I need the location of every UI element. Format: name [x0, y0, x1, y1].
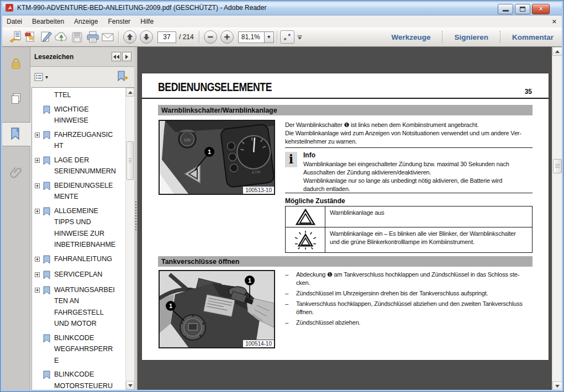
bookmark-item[interactable]: BEDIENUNGSELEMENTE — [35, 180, 134, 203]
maximize-button[interactable] — [515, 4, 530, 14]
bookmark-icon — [43, 271, 50, 279]
attachments-panel-button[interactable] — [2, 160, 30, 184]
bookmark-item[interactable]: WARTUNGSARBEITEN AN FAHRGESTELL UND MOTO… — [35, 284, 134, 330]
scroll-down-button[interactable] — [552, 382, 562, 390]
collapse-panel-button[interactable] — [112, 52, 121, 61]
arrow-down-icon — [142, 33, 151, 41]
bookmark-item[interactable]: WICHTIGE HINWEISE — [35, 104, 134, 126]
bookmark-item[interactable]: LAGE DER SERIENNUMMERN — [35, 155, 134, 177]
section-header-warnblinkschalter: Warnblinkschalter/Warnblinkanlage — [158, 105, 533, 115]
scroll-down-button[interactable] — [126, 381, 134, 390]
expand-plus-icon[interactable] — [35, 288, 40, 293]
bookmark-label[interactable]: BLINKCODE MOTORSTEUERUNG — [54, 369, 117, 390]
bookmark-item[interactable]: FAHRZEUGANSICHT — [35, 129, 134, 152]
menu-bearbeiten[interactable]: Bearbeiten — [27, 16, 69, 27]
expand-plus-icon[interactable] — [35, 158, 40, 163]
next-page-button[interactable] — [140, 30, 153, 44]
bookmark-label[interactable]: TTEL — [54, 89, 117, 101]
email-button[interactable] — [100, 30, 115, 45]
bookmark-icon — [43, 131, 50, 140]
expand-panel-button[interactable] — [122, 52, 131, 61]
bookmark-icon — [43, 334, 50, 343]
bookmark-label[interactable]: SERVICEPLAN — [54, 269, 117, 282]
email-icon — [101, 30, 115, 44]
menubar-close-icon[interactable]: ✕ — [552, 18, 557, 25]
open-button[interactable] — [7, 30, 23, 45]
bookmark-item[interactable]: BLINKCODE WEGFAHRSPERRE — [35, 332, 134, 367]
new-bookmark-button[interactable] — [117, 71, 130, 85]
bookmark-label[interactable]: ALLGEMEINE TIPPS UND HINWEISE ZUR INBETR… — [54, 205, 117, 251]
minimize-button[interactable] — [498, 4, 513, 14]
bookmark-label[interactable]: WARTUNGSARBEITEN AN FAHRGESTELL UND MOTO… — [54, 284, 117, 330]
kommentar-button[interactable]: Kommentar — [500, 33, 554, 41]
triangle-up-icon — [555, 50, 560, 53]
page-number-input[interactable] — [157, 31, 176, 43]
menu-fenster[interactable]: Fenster — [103, 16, 135, 27]
scroll-up-button[interactable] — [126, 88, 134, 97]
close-button[interactable]: ✕ — [532, 4, 550, 14]
expand-plus-icon[interactable] — [35, 183, 40, 188]
toolbar-overflow-button[interactable] — [294, 30, 305, 45]
bookmarks-panel-button[interactable] — [2, 122, 30, 146]
scroll-up-button[interactable] — [552, 47, 562, 56]
bookmark-label[interactable]: WICHTIGE HINWEISE — [54, 104, 117, 126]
bookmark-label[interactable]: BLINKCODE WEGFAHRSPERRE — [54, 332, 117, 367]
bookmark-icon — [43, 207, 50, 216]
bookmark-list-scrollbar[interactable] — [125, 88, 134, 390]
bookmark-icon — [43, 286, 50, 295]
expand-plus-icon[interactable] — [35, 209, 40, 214]
bookmark-label[interactable]: FAHRZEUGANSICHT — [54, 129, 117, 152]
expand-plus-icon[interactable] — [35, 272, 40, 277]
callout-1-marker: 1 — [248, 277, 251, 284]
splitter-grip-icon[interactable] — [135, 202, 136, 230]
bookmark-item[interactable]: SERVICEPLAN — [35, 269, 134, 282]
bookmark-item[interactable]: BLINKCODE MOTORSTEUERUNG — [35, 369, 134, 390]
scrollbar-thumb[interactable] — [126, 141, 134, 180]
menu-hilfe[interactable]: Hilfe — [135, 16, 159, 27]
werkzeuge-button[interactable]: Werkzeuge — [379, 33, 442, 41]
hazard-switch-photo: 12V 1 — [160, 121, 274, 194]
steps-list: – Abdeckung ❶ am Tankverschluss hochklap… — [285, 271, 539, 329]
callout-1-marker: 1 — [169, 303, 172, 309]
window-title: KTM-990-ADVENTURE-BED-ANLEITUNG-2009.pdf… — [17, 4, 266, 12]
bookmark-options-button[interactable]: ▾ — [34, 73, 48, 81]
sign-icon — [39, 30, 53, 44]
toolbar-separator — [199, 31, 199, 44]
menu-datei[interactable]: Datei — [2, 16, 27, 27]
expand-plus-icon[interactable] — [35, 257, 40, 262]
titlebar[interactable]: KTM-990-ADVENTURE-BED-ANLEITUNG-2009.pdf… — [0, 0, 564, 15]
bookmark-item[interactable]: FAHRANLEITUNG — [35, 253, 134, 266]
create-pdf-button[interactable] — [23, 30, 38, 45]
expand-plus-icon[interactable] — [35, 133, 40, 137]
sign-button[interactable] — [38, 30, 54, 45]
print-button[interactable] — [85, 30, 100, 45]
toolbar-separator — [277, 31, 277, 44]
page-heading: BEDIENUNGSELEMENTE — [158, 80, 300, 94]
fit-window-button[interactable] — [280, 30, 294, 44]
arrow-up-icon — [125, 33, 134, 41]
bookmark-item[interactable]: ALLGEMEINE TIPPS UND HINWEISE ZUR INBETR… — [35, 205, 134, 251]
zoom-level-input[interactable] — [238, 31, 264, 43]
document-scrollbar[interactable] — [552, 47, 562, 390]
signieren-button[interactable]: Signieren — [442, 33, 500, 41]
scrollbar-thumb[interactable] — [553, 159, 562, 173]
zoom-dropdown-button[interactable]: ▾ — [264, 31, 274, 43]
fuel-tank-photo: 1 1 — [160, 271, 274, 347]
bookmark-icon — [43, 255, 50, 264]
menu-anzeige[interactable]: Anzeige — [69, 16, 103, 27]
document-area: BEDIENUNGSELEMENTE 35 Warnblinkschalter/… — [138, 47, 562, 390]
dash-bullet: – — [285, 271, 296, 287]
previous-page-button[interactable] — [123, 30, 136, 44]
cloud-share-button[interactable] — [54, 30, 69, 45]
zoom-in-button[interactable] — [220, 30, 234, 44]
bookmark-label[interactable]: FAHRANLEITUNG — [54, 253, 117, 266]
zoom-out-button[interactable] — [204, 30, 217, 44]
bookmark-label[interactable]: LAGE DER SERIENNUMMERN — [54, 155, 117, 177]
bookmark-item[interactable]: TTEL — [35, 89, 134, 101]
fit-window-icon — [283, 33, 292, 41]
save-button[interactable] — [69, 30, 85, 45]
security-panel-button[interactable] — [2, 51, 30, 76]
bookmark-label[interactable]: BEDIENUNGSELEMENTE — [54, 180, 117, 203]
hazard-indicator-off-icon — [294, 208, 317, 226]
pages-panel-button[interactable] — [2, 87, 30, 111]
